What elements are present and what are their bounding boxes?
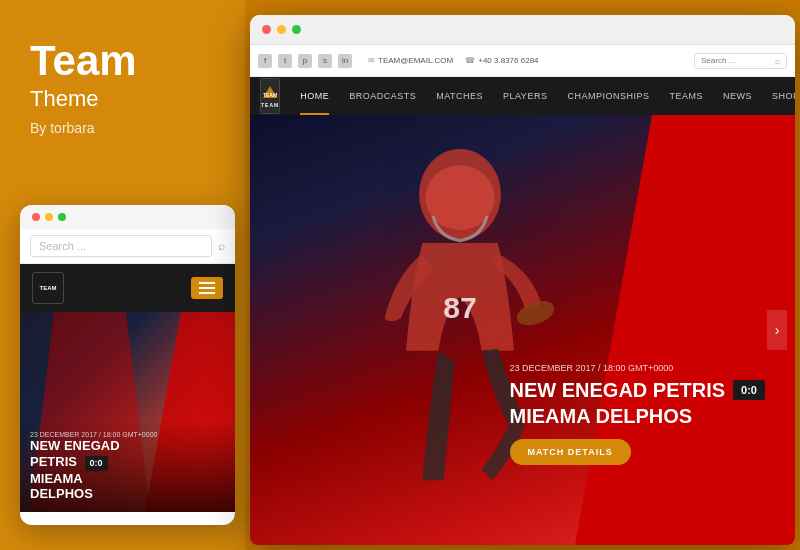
browser-mockup: f t p s in ✉ TEAM@EMAIL.COM ☎ +40 3.8376… <box>250 15 795 545</box>
email-icon: ✉ <box>368 56 375 65</box>
mobile-logo: TEAM <box>32 272 64 304</box>
browser-chrome <box>250 15 795 45</box>
nav-item-players[interactable]: PLAYERS <box>493 77 557 115</box>
nav-item-teams[interactable]: TEAMS <box>659 77 713 115</box>
pinterest-icon[interactable]: p <box>298 54 312 68</box>
mobile-mockup: Search ... ⌕ TEAM 23 DECEMBER 2017 / 18:… <box>20 205 235 525</box>
svg-text:87: 87 <box>443 291 477 324</box>
nav-item-championships[interactable]: CHAMPIONSHIPS <box>557 77 659 115</box>
nav-item-matches[interactable]: MATCHES <box>426 77 493 115</box>
topbar-search[interactable]: ⌕ <box>694 53 787 69</box>
search-icon: ⌕ <box>775 56 780 66</box>
mobile-nav-bar: TEAM <box>20 264 235 312</box>
nav-item-news[interactable]: NEWS <box>713 77 762 115</box>
mobile-score-badge: 0:0 <box>85 456 108 471</box>
social-icons: f t p s in <box>258 54 352 68</box>
mobile-search-icon: ⌕ <box>218 239 225 253</box>
mobile-dot-red <box>32 213 40 221</box>
match-details-button[interactable]: MATCH DETAILS <box>510 439 631 465</box>
mobile-date: 23 DECEMBER 2017 / 18:00 GMT+0000 <box>30 431 225 438</box>
topbar-contact: ✉ TEAM@EMAIL.COM ☎ +40 3.8376 6284 <box>368 56 686 65</box>
hamburger-line <box>199 287 215 289</box>
browser-dot-green <box>292 25 301 34</box>
player-figure: 87 <box>310 135 610 545</box>
facebook-icon[interactable]: f <box>258 54 272 68</box>
mobile-dot-yellow <box>45 213 53 221</box>
hero-score-badge: 0:0 <box>733 380 765 400</box>
mobile-hero: 23 DECEMBER 2017 / 18:00 GMT+0000 NEW EN… <box>20 312 235 512</box>
hamburger-line <box>199 292 215 294</box>
mobile-hero-overlay: 23 DECEMBER 2017 / 18:00 GMT+0000 NEW EN… <box>20 421 235 512</box>
nav-logo: TEAM TEAM <box>260 78 280 114</box>
mobile-menu-button[interactable] <box>191 277 223 299</box>
hamburger-line <box>199 282 215 284</box>
nav-item-shop[interactable]: SHOP <box>762 77 795 115</box>
hero-match-title-line2: MIEAMA DELPHOS <box>510 405 765 427</box>
hero-next-arrow[interactable]: › <box>767 310 787 350</box>
nav-item-broadcasts[interactable]: BROADCASTS <box>339 77 426 115</box>
main-nav: TEAM TEAM HOME BROADCASTS MATCHES PLAYER… <box>250 77 795 115</box>
phone-contact: ☎ +40 3.8376 6284 <box>465 56 538 65</box>
theme-subtitle: Theme <box>30 86 98 112</box>
logo-icon: TEAM <box>261 84 279 102</box>
twitter-icon[interactable]: t <box>278 54 292 68</box>
social-icon-4[interactable]: s <box>318 54 332 68</box>
theme-title: Team <box>30 40 137 82</box>
phone-icon: ☎ <box>465 56 475 65</box>
hero-date: 23 DECEMBER 2017 / 18:00 GMT+0000 <box>510 363 765 373</box>
social-icon-5[interactable]: in <box>338 54 352 68</box>
nav-item-home[interactable]: HOME <box>290 77 339 115</box>
email-contact: ✉ TEAM@EMAIL.COM <box>368 56 453 65</box>
hero-match-row1: NEW ENEGAD PETRIS 0:0 <box>510 379 765 401</box>
mobile-search-bar: Search ... ⌕ <box>20 229 235 264</box>
hero-content: 23 DECEMBER 2017 / 18:00 GMT+0000 NEW EN… <box>510 363 765 465</box>
browser-dot-yellow <box>277 25 286 34</box>
nav-items: HOME BROADCASTS MATCHES PLAYERS CHAMPION… <box>290 77 795 115</box>
hero-match-title-line1: NEW ENEGAD PETRIS <box>510 379 726 401</box>
mobile-search-field[interactable]: Search ... <box>30 235 212 257</box>
svg-text:TEAM: TEAM <box>263 92 277 98</box>
mobile-match-title: NEW ENEGAD PETRIS 0:0 MIEAMA DELPHOS <box>30 438 225 502</box>
theme-author: By torbara <box>30 120 95 136</box>
browser-topbar: f t p s in ✉ TEAM@EMAIL.COM ☎ +40 3.8376… <box>250 45 795 77</box>
search-input[interactable] <box>701 56 771 65</box>
mobile-dot-green <box>58 213 66 221</box>
hero-section: 87 23 DECEMBER 2017 / 18:00 GMT+0000 NEW… <box>250 115 795 545</box>
browser-dot-red <box>262 25 271 34</box>
mobile-top-bar <box>20 205 235 229</box>
